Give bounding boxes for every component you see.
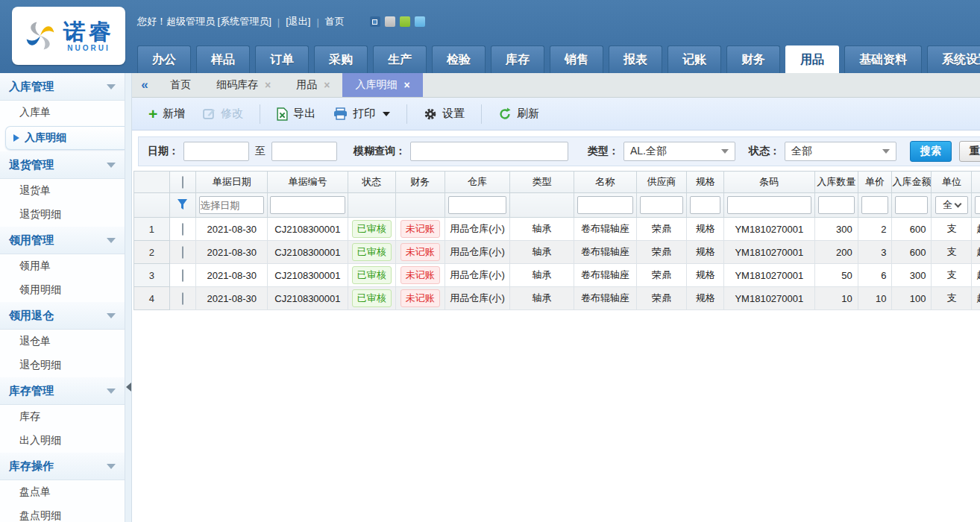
doc-tab-inbound-detail[interactable]: 入库明细 × [342, 73, 422, 97]
status-select[interactable]: 全部 [785, 142, 896, 161]
barcode-column-filter-input[interactable] [727, 196, 811, 214]
extra-column-filter-input[interactable] [975, 196, 980, 214]
add-button[interactable]: + 新增 [141, 102, 192, 125]
date-from-input[interactable] [183, 142, 249, 161]
theme-sky-swatch[interactable] [415, 16, 425, 27]
edit-button[interactable]: 修改 [195, 102, 251, 125]
sidebar-item-warehouse-return-order[interactable]: 退仓单 [0, 330, 125, 353]
sidebar-item-requisition-order[interactable]: 领用单 [0, 254, 125, 278]
unit-column-filter-select[interactable]: 全 [935, 196, 968, 214]
logout-link[interactable]: [退出] [286, 15, 310, 28]
row-checkbox[interactable] [182, 292, 183, 305]
print-button[interactable]: 打印 [326, 102, 398, 125]
date-to-input[interactable] [271, 142, 337, 161]
theme-silver-swatch[interactable] [385, 16, 395, 27]
nav-tab-finance[interactable]: 财务 [726, 45, 780, 73]
export-button[interactable]: 导出 [269, 102, 323, 125]
sidebar-item-inbound-detail[interactable]: 入库明细 [5, 126, 125, 150]
doc-tab-supplies[interactable]: 用品 × [283, 73, 342, 97]
doc-tab-fine-stock[interactable]: 细码库存 × [204, 73, 283, 97]
col-code[interactable]: 单据编号 [268, 172, 348, 193]
filter-funnel-icon[interactable] [177, 198, 188, 210]
tabs-scroll-left-icon[interactable]: « [132, 73, 157, 97]
select-all-checkbox[interactable] [182, 176, 183, 189]
sidebar-item-requisition-detail[interactable]: 领用明细 [0, 278, 125, 302]
nav-tab-inspection[interactable]: 检验 [432, 45, 486, 73]
sidebar-splitter[interactable] [125, 73, 132, 522]
type-filter-label: 类型： [588, 145, 619, 158]
col-extra[interactable] [972, 172, 980, 193]
collapse-sidebar-icon[interactable] [126, 383, 131, 392]
col-price[interactable]: 单价 [858, 172, 892, 193]
price-column-filter-input[interactable] [861, 196, 889, 214]
doc-tab-home[interactable]: 首页 [157, 73, 204, 97]
sidebar-item-return-order[interactable]: 退货单 [0, 179, 125, 203]
col-supplier[interactable]: 供应商 [636, 172, 687, 193]
table-row[interactable]: 2 2021-08-30 CJ2108300001 已审核 未记账 用品仓库(小… [134, 241, 980, 264]
nav-tab-purchase[interactable]: 采购 [314, 45, 368, 73]
amount-column-filter-input[interactable] [895, 196, 928, 214]
nav-tab-supplies[interactable]: 用品 [785, 45, 839, 73]
nav-tab-reports[interactable]: 报表 [609, 45, 662, 73]
table-row[interactable]: 3 2021-08-30 CJ2108300001 已审核 未记账 用品仓库(小… [134, 264, 980, 287]
theme-green-swatch[interactable] [400, 16, 410, 27]
theme-blue-swatch[interactable] [370, 16, 380, 27]
sidebar-group-stock[interactable]: 库存管理 [0, 377, 125, 405]
col-barcode[interactable]: 条码 [724, 172, 815, 193]
nav-tab-sales[interactable]: 销售 [550, 45, 603, 73]
name-column-filter-input[interactable] [577, 196, 633, 214]
spec-column-filter-input[interactable] [690, 196, 720, 214]
sidebar-group-stock-ops[interactable]: 库存操作 [0, 453, 125, 480]
search-button[interactable]: 搜索 [910, 141, 952, 162]
sidebar-group-requisition[interactable]: 领用管理 [0, 227, 125, 254]
sidebar-item-stock[interactable]: 库存 [0, 405, 125, 429]
nav-tab-inventory[interactable]: 库存 [491, 45, 544, 73]
col-finance[interactable]: 财务 [395, 172, 445, 193]
close-icon[interactable]: × [324, 80, 330, 90]
col-date[interactable]: 单据日期 [196, 172, 268, 193]
row-checkbox[interactable] [182, 223, 183, 236]
nav-tab-bookkeeping[interactable]: 记账 [668, 45, 721, 73]
date-column-filter-input[interactable] [199, 196, 264, 214]
fuzzy-search-input[interactable] [410, 142, 568, 161]
col-name[interactable]: 名称 [574, 172, 636, 193]
nav-tab-sample[interactable]: 样品 [196, 45, 250, 73]
close-icon[interactable]: × [403, 80, 409, 90]
sidebar-group-returns[interactable]: 退货管理 [0, 151, 125, 179]
reset-button[interactable]: 重置 [959, 141, 980, 162]
home-link[interactable]: 首页 [325, 15, 345, 28]
nav-tab-order[interactable]: 订单 [255, 45, 309, 73]
nav-tab-office[interactable]: 办公 [137, 45, 191, 73]
col-qty[interactable]: 入库数量 [814, 172, 858, 193]
code-column-filter-input[interactable] [270, 196, 345, 214]
col-amount[interactable]: 入库金额 [892, 172, 932, 193]
settings-button[interactable]: 设置 [416, 102, 472, 125]
sidebar-item-inbound-order[interactable]: 入库单 [0, 101, 125, 125]
qty-column-filter-input[interactable] [818, 196, 855, 214]
table-row[interactable]: 1 2021-08-30 CJ2108300001 已审核 未记账 用品仓库(小… [134, 218, 980, 241]
select-all-header[interactable] [169, 172, 196, 193]
nav-tab-production[interactable]: 生产 [373, 45, 427, 73]
nav-tab-base-data[interactable]: 基础资料 [844, 45, 922, 73]
sidebar-group-requisition-return[interactable]: 领用退仓 [0, 302, 125, 330]
col-status[interactable]: 状态 [348, 172, 395, 193]
type-select[interactable]: AL.全部 [624, 142, 735, 161]
refresh-button[interactable]: 刷新 [491, 102, 547, 125]
col-type[interactable]: 类型 [510, 172, 574, 193]
row-checkbox[interactable] [182, 269, 183, 282]
sidebar-item-stock-io-detail[interactable]: 出入明细 [0, 429, 125, 453]
col-warehouse[interactable]: 仓库 [445, 172, 510, 193]
sidebar-item-stocktake-order[interactable]: 盘点单 [0, 480, 125, 504]
nav-tab-system-settings[interactable]: 系统设置 [927, 45, 980, 73]
row-checkbox[interactable] [182, 246, 183, 259]
sidebar-item-stocktake-detail[interactable]: 盘点明细 [0, 504, 125, 522]
sidebar-item-return-detail[interactable]: 退货明细 [0, 203, 125, 227]
warehouse-column-filter-input[interactable] [448, 196, 507, 214]
col-spec[interactable]: 规格 [687, 172, 724, 193]
sidebar-group-inbound[interactable]: 入库管理 [0, 73, 125, 101]
close-icon[interactable]: × [265, 80, 271, 90]
table-row[interactable]: 4 2021-08-30 CJ2108300001 已审核 未记账 用品仓库(小… [134, 287, 980, 310]
col-unit[interactable]: 单位 [932, 172, 972, 193]
supplier-column-filter-input[interactable] [640, 196, 684, 214]
sidebar-item-warehouse-return-detail[interactable]: 退仓明细 [0, 353, 125, 377]
